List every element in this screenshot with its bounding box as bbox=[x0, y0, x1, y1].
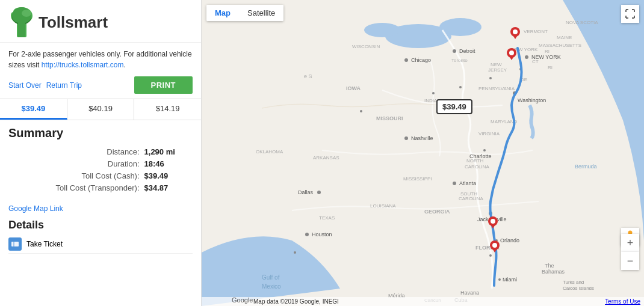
details-section: Details Take Ticket bbox=[0, 215, 201, 256]
duration-value: 18:46 bbox=[144, 159, 191, 170]
svg-text:Bahamas: Bahamas bbox=[542, 269, 565, 275]
period: . bbox=[123, 61, 125, 69]
svg-text:VERMONT: VERMONT bbox=[524, 29, 548, 34]
svg-text:MAINE: MAINE bbox=[557, 35, 572, 40]
svg-text:Gulf of: Gulf of bbox=[262, 274, 280, 281]
svg-text:RI: RI bbox=[545, 49, 550, 54]
print-button[interactable]: PRINT bbox=[134, 76, 193, 94]
map-tab-satellite[interactable]: Satellite bbox=[239, 5, 283, 21]
details-title: Details bbox=[8, 219, 193, 231]
price-bubble: $39.49 bbox=[436, 99, 472, 114]
svg-point-34 bbox=[360, 110, 362, 112]
svg-rect-1 bbox=[11, 242, 19, 246]
svg-text:Atlanta: Atlanta bbox=[459, 180, 476, 186]
take-ticket-label: Take Ticket bbox=[26, 240, 63, 248]
svg-point-30 bbox=[305, 233, 309, 236]
svg-text:VIRGINIA: VIRGINIA bbox=[478, 131, 500, 136]
start-over-link[interactable]: Start Over bbox=[8, 81, 42, 90]
svg-point-6 bbox=[439, 18, 481, 36]
toll-transponder-row: Toll Cost (Transponder): $34.87 bbox=[10, 183, 191, 194]
map-container: Chicago Detroit NEW YORK Washington Nash… bbox=[202, 0, 644, 306]
left-panel: Tollsmart For 2-axle passenger vehicles … bbox=[0, 0, 202, 306]
svg-text:Dallas: Dallas bbox=[298, 189, 314, 195]
svg-point-27 bbox=[489, 254, 492, 257]
svg-text:JERSEY: JERSEY bbox=[488, 67, 507, 73]
map-tab-map[interactable]: Map bbox=[206, 5, 239, 21]
svg-text:Toronto: Toronto bbox=[451, 58, 468, 63]
take-ticket-icon bbox=[8, 237, 22, 251]
svg-text:MASSACHUSETTS: MASSACHUSETTS bbox=[539, 43, 581, 48]
svg-point-35 bbox=[432, 92, 435, 94]
tab-1[interactable]: $39.49 bbox=[0, 99, 67, 120]
svg-text:Caicos Islands: Caicos Islands bbox=[563, 286, 594, 291]
svg-text:TEXAS: TEXAS bbox=[319, 215, 335, 221]
toll-cash-label: Toll Cost (Cash): bbox=[10, 171, 143, 182]
svg-text:IOWA: IOWA bbox=[346, 85, 361, 91]
return-trip-link[interactable]: Return Trip bbox=[46, 81, 82, 90]
map-footer: Map data ©2019 Google, INEGI Terms of Us… bbox=[202, 297, 644, 306]
toll-transponder-label: Toll Cost (Transponder): bbox=[10, 183, 143, 194]
map-view-tabs: Map Satellite bbox=[206, 5, 283, 21]
terms-of-use-link[interactable]: Terms of Use bbox=[605, 298, 640, 305]
duration-row: Duration: 18:46 bbox=[10, 159, 191, 170]
svg-text:NEW: NEW bbox=[491, 62, 502, 67]
svg-point-7 bbox=[364, 23, 400, 37]
svg-point-38 bbox=[294, 251, 296, 254]
toll-transponder-value: $34.87 bbox=[144, 183, 191, 194]
svg-text:PENNSYLVANIA: PENNSYLVANIA bbox=[478, 86, 515, 91]
svg-text:Havana: Havana bbox=[460, 290, 479, 296]
summary-table: Distance: 1,290 mi Duration: 18:46 Toll … bbox=[8, 146, 193, 195]
svg-text:Nashville: Nashville bbox=[411, 135, 433, 141]
google-map-link-container: Google Map Link bbox=[0, 199, 201, 215]
zoom-in-button[interactable]: + bbox=[621, 234, 639, 252]
zoom-controls: + − bbox=[621, 234, 639, 270]
map-data-credit: Map data ©2019 Google, INEGI bbox=[253, 298, 339, 305]
svg-point-28 bbox=[498, 278, 501, 281]
svg-point-12 bbox=[525, 55, 528, 59]
map-fullscreen-button[interactable] bbox=[621, 5, 639, 23]
svg-point-21 bbox=[453, 182, 456, 185]
svg-point-19 bbox=[483, 149, 486, 151]
action-row: Start Over Return Trip PRINT bbox=[0, 74, 201, 99]
logo-area: Tollsmart bbox=[0, 0, 201, 43]
svg-text:Turks and: Turks and bbox=[563, 280, 584, 285]
svg-point-32 bbox=[317, 191, 321, 194]
svg-text:Houston: Houston bbox=[312, 231, 332, 237]
svg-text:MISSOURI: MISSOURI bbox=[376, 115, 403, 121]
svg-text:ARKANSAS: ARKANSAS bbox=[313, 155, 339, 161]
svg-point-17 bbox=[404, 136, 408, 140]
svg-point-8 bbox=[404, 58, 408, 62]
svg-text:CAROLINA: CAROLINA bbox=[459, 196, 484, 201]
price-tabs: $39.49 $40.19 $14.19 bbox=[0, 99, 201, 120]
ticket-svg-icon bbox=[11, 240, 19, 248]
svg-text:Mexico: Mexico bbox=[262, 283, 281, 290]
svg-point-89 bbox=[491, 219, 495, 224]
svg-point-36 bbox=[459, 86, 462, 88]
summary-section: Summary Distance: 1,290 mi Duration: 18:… bbox=[0, 120, 201, 199]
distance-value: 1,290 mi bbox=[144, 147, 191, 158]
svg-text:NOVA SCOTIA: NOVA SCOTIA bbox=[566, 20, 598, 25]
tollsmart-logo-icon bbox=[8, 7, 35, 37]
duration-label: Duration: bbox=[10, 159, 143, 170]
toll-cash-value: $39.49 bbox=[144, 171, 191, 182]
svg-point-0 bbox=[22, 10, 31, 17]
svg-text:LOUISIANA: LOUISIANA bbox=[370, 203, 396, 209]
svg-text:The: The bbox=[545, 263, 554, 269]
distance-label: Distance: bbox=[10, 147, 143, 158]
svg-text:Bermuda: Bermuda bbox=[575, 164, 597, 170]
svg-point-86 bbox=[509, 50, 514, 55]
svg-text:Miami: Miami bbox=[503, 277, 517, 283]
svg-text:Washington: Washington bbox=[518, 97, 546, 103]
svg-text:Orlando: Orlando bbox=[500, 237, 519, 243]
svg-text:GEORGIA: GEORGIA bbox=[424, 209, 450, 215]
details-item-take-ticket: Take Ticket bbox=[8, 235, 193, 254]
svg-point-92 bbox=[492, 243, 497, 248]
svg-point-10 bbox=[453, 49, 456, 53]
google-map-link[interactable]: Google Map Link bbox=[8, 204, 63, 213]
svg-point-37 bbox=[489, 77, 492, 79]
tab-2[interactable]: $40.19 bbox=[67, 99, 135, 120]
fullscreen-icon bbox=[625, 9, 635, 19]
tab-3[interactable]: $14.19 bbox=[134, 99, 201, 120]
truck-link[interactable]: http://trucks.tollsmart.com bbox=[42, 61, 124, 69]
zoom-out-button[interactable]: − bbox=[621, 252, 639, 270]
